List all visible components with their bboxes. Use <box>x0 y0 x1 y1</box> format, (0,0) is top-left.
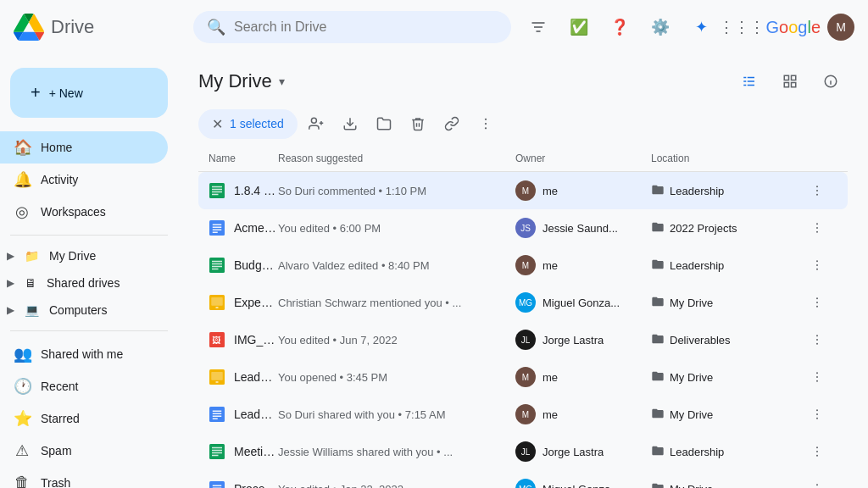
svg-point-44 <box>816 260 818 262</box>
move-to-folder-button[interactable] <box>369 108 399 139</box>
location-cell: My Drive <box>651 481 804 489</box>
owner-cell: MG Miguel Gonza... <box>515 479 651 488</box>
location-folder-icon <box>651 295 665 311</box>
file-name: Meeting Notes <box>234 445 278 458</box>
row-more-button[interactable] <box>804 252 831 279</box>
table-row[interactable]: ExpenseForm_Daisy.Gentile_2018 Christian… <box>198 284 848 321</box>
reason-cell: You edited • Jun 7, 2022 <box>278 334 515 347</box>
more-toolbar-button[interactable] <box>470 108 501 139</box>
download-button[interactable] <box>335 108 365 139</box>
add-person-button[interactable] <box>301 108 331 139</box>
location-folder-icon <box>651 332 665 348</box>
svg-point-29 <box>816 190 818 191</box>
delete-button[interactable] <box>403 108 433 139</box>
sidebar-item-computers[interactable]: ▶ 💻 Computers <box>0 297 168 324</box>
activity-icon: 🔔 <box>14 170 31 189</box>
file-name: 1.8.4 Corrective Maintenance Request <box>234 184 278 197</box>
file-name: Process_and_Procedures <box>234 482 278 488</box>
reason-cell: So Duri shared with you • 7:15 AM <box>278 408 515 421</box>
new-button[interactable]: + + New <box>10 68 168 118</box>
sidebar-item-home[interactable]: 🏠 Home <box>0 131 168 164</box>
file-name-cell: Budget 2024 <box>209 257 278 274</box>
check-circle-icon[interactable]: ✅ <box>562 10 596 44</box>
table-row[interactable]: 🖼 IMG_1234.jpg You edited • Jun 7, 2022 … <box>198 321 848 358</box>
sidebar-label-computers: Computers <box>49 303 107 317</box>
help-icon[interactable]: ❓ <box>603 10 637 44</box>
owner-cell: M me <box>515 255 651 275</box>
owner-avatar: M <box>515 367 536 387</box>
location-cell: My Drive <box>651 295 804 311</box>
table-row[interactable]: Acme Customer List You edited • 6:00 PM … <box>198 209 848 247</box>
avatar[interactable]: M <box>827 14 854 41</box>
owner-cell: MG Miguel Gonza... <box>515 292 651 313</box>
row-more-button[interactable] <box>804 289 831 316</box>
sidebar-item-recent[interactable]: 🕐 Recent <box>0 370 168 402</box>
get-link-button[interactable] <box>437 108 467 139</box>
svg-rect-27 <box>212 194 219 196</box>
row-more-button[interactable] <box>804 214 831 241</box>
starred-icon: ⭐ <box>14 409 31 428</box>
sidebar-item-workspaces[interactable]: ◎ Workspaces <box>0 196 168 228</box>
svg-point-63 <box>816 380 818 382</box>
table-row[interactable]: Meeting Notes Jessie Williams shared wit… <box>198 433 848 470</box>
docs-icon <box>209 406 225 423</box>
app-title: Drive <box>51 16 94 38</box>
sidebar-item-trash[interactable]: 🗑 Trash <box>0 467 168 488</box>
location-cell: Leadership <box>651 258 804 274</box>
reason-cell: So Duri commented • 1:10 PM <box>278 185 515 197</box>
file-rows-container: 1.8.4 Corrective Maintenance Request So … <box>198 172 848 488</box>
search-bar[interactable]: 🔍 <box>193 11 511 43</box>
svg-rect-65 <box>213 411 222 413</box>
drive-title[interactable]: My Drive ▾ <box>198 70 285 92</box>
reason-cell: You opened • 3:45 PM <box>278 371 515 384</box>
table-row[interactable]: Leadership Deck (3) So Duri shared with … <box>198 396 848 433</box>
spam-icon: ⚠ <box>14 441 31 460</box>
owner-avatar: JL <box>515 441 536 462</box>
sidebar-item-my-drive[interactable]: ▶ 📁 My Drive <box>0 242 168 269</box>
reason-cell: Christian Schwarz mentioned you • ... <box>278 297 515 309</box>
col-reason: Reason suggested <box>278 152 515 164</box>
file-name: Acme Customer List <box>234 221 278 235</box>
svg-point-22 <box>485 127 487 129</box>
sidebar-item-activity[interactable]: 🔔 Activity <box>0 164 168 196</box>
svg-point-70 <box>816 413 818 415</box>
expand-icon-my-drive: ▶ <box>7 250 14 262</box>
file-name: IMG_1234.jpg <box>234 333 278 347</box>
list-view-button[interactable] <box>732 64 766 98</box>
svg-rect-73 <box>212 447 222 449</box>
sidebar-item-shared-drives[interactable]: ▶ 🖥 Shared drives <box>0 269 168 297</box>
location-cell: Leadership <box>651 444 804 460</box>
sidebar-item-shared-with-me[interactable]: 👥 Shared with me <box>0 338 168 370</box>
filter-icon[interactable] <box>521 10 555 44</box>
row-more-button[interactable] <box>804 363 831 391</box>
row-more-button[interactable] <box>804 438 831 465</box>
table-row[interactable]: 1.8.4 Corrective Maintenance Request So … <box>198 172 848 209</box>
row-more-button[interactable] <box>804 326 831 353</box>
search-input[interactable] <box>234 19 498 35</box>
apps-icon[interactable]: ⋮⋮⋮ <box>725 10 759 44</box>
sidebar-item-starred[interactable]: ⭐ Starred <box>0 402 168 435</box>
deselect-button[interactable]: ✕ <box>212 116 223 132</box>
gemini-icon[interactable]: ✦ <box>684 10 718 44</box>
info-button[interactable] <box>814 64 848 98</box>
row-more-button[interactable] <box>804 401 831 428</box>
sidebar-label-starred: Starred <box>41 412 80 425</box>
table-row[interactable]: Process_and_Procedures You edited • Jan … <box>198 470 848 488</box>
location-folder-icon <box>651 369 665 385</box>
owner-name: me <box>542 408 558 421</box>
sidebar-item-spam[interactable]: ⚠ Spam <box>0 435 168 467</box>
location-folder-icon <box>651 481 665 489</box>
row-more-button[interactable] <box>804 177 831 204</box>
svg-rect-66 <box>213 413 222 415</box>
row-more-button[interactable] <box>804 475 831 488</box>
table-row[interactable]: Leadership & Organization Updates You op… <box>198 358 848 396</box>
col-name: Name <box>209 152 278 164</box>
svg-point-30 <box>816 194 818 196</box>
settings-icon[interactable]: ⚙️ <box>643 10 677 44</box>
grid-view-button[interactable] <box>773 64 807 98</box>
table-row[interactable]: Budget 2024 Alvaro Valdez edited • 8:40 … <box>198 247 848 284</box>
slides-icon <box>209 369 225 385</box>
owner-cell: JS Jessie Saund... <box>515 218 651 238</box>
svg-rect-41 <box>212 263 222 265</box>
svg-rect-59 <box>211 372 223 380</box>
